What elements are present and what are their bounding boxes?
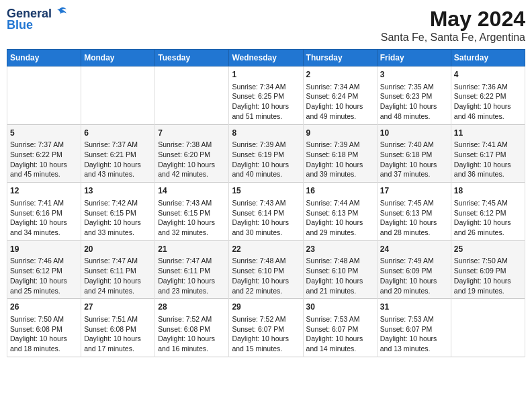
logo: General Blue (7, 7, 68, 32)
day-info: Sunrise: 7:49 AM Sunset: 6:09 PM Dayligh… (380, 256, 448, 295)
weekday-header-row: SundayMondayTuesdayWednesdayThursdayFrid… (7, 50, 525, 66)
calendar-cell: 9Sunrise: 7:39 AM Sunset: 6:18 PM Daylig… (303, 124, 377, 183)
calendar-cell: 16Sunrise: 7:44 AM Sunset: 6:13 PM Dayli… (303, 183, 377, 241)
day-number: 16 (306, 185, 374, 197)
calendar-week-row: 26Sunrise: 7:50 AM Sunset: 6:08 PM Dayli… (7, 299, 525, 357)
calendar-table: SundayMondayTuesdayWednesdayThursdayFrid… (7, 49, 525, 357)
day-info: Sunrise: 7:52 AM Sunset: 6:07 PM Dayligh… (232, 314, 300, 354)
main-title: May 2024 (381, 7, 525, 32)
day-number: 8 (232, 128, 300, 139)
day-info: Sunrise: 7:47 AM Sunset: 6:11 PM Dayligh… (158, 256, 226, 295)
day-number: 20 (84, 244, 152, 255)
calendar-cell: 5Sunrise: 7:37 AM Sunset: 6:22 PM Daylig… (7, 124, 81, 183)
weekday-header-saturday: Saturday (451, 50, 525, 66)
day-number: 3 (380, 69, 448, 81)
weekday-header-monday: Monday (81, 50, 155, 66)
day-number: 2 (306, 69, 374, 81)
weekday-header-sunday: Sunday (7, 50, 81, 66)
calendar-week-row: 19Sunrise: 7:46 AM Sunset: 6:12 PM Dayli… (7, 240, 525, 299)
day-number: 18 (454, 185, 522, 197)
day-info: Sunrise: 7:44 AM Sunset: 6:13 PM Dayligh… (306, 198, 374, 238)
day-number: 4 (454, 69, 522, 81)
calendar-cell: 18Sunrise: 7:45 AM Sunset: 6:12 PM Dayli… (451, 183, 525, 241)
day-number: 24 (380, 244, 448, 255)
day-number: 7 (158, 128, 226, 139)
day-info: Sunrise: 7:40 AM Sunset: 6:18 PM Dayligh… (380, 140, 448, 179)
calendar-cell: 29Sunrise: 7:52 AM Sunset: 6:07 PM Dayli… (229, 299, 303, 357)
day-number: 26 (10, 302, 78, 313)
day-number: 27 (84, 302, 152, 313)
day-info: Sunrise: 7:48 AM Sunset: 6:10 PM Dayligh… (232, 256, 300, 295)
calendar-cell: 15Sunrise: 7:43 AM Sunset: 6:14 PM Dayli… (229, 183, 303, 241)
calendar-cell: 3Sunrise: 7:35 AM Sunset: 6:23 PM Daylig… (377, 66, 451, 125)
calendar-cell (451, 299, 525, 357)
day-info: Sunrise: 7:47 AM Sunset: 6:11 PM Dayligh… (84, 256, 152, 295)
day-number: 17 (380, 185, 448, 197)
calendar-cell: 7Sunrise: 7:38 AM Sunset: 6:20 PM Daylig… (155, 124, 229, 183)
day-number: 29 (232, 302, 300, 313)
day-info: Sunrise: 7:50 AM Sunset: 6:08 PM Dayligh… (10, 314, 78, 354)
calendar-cell: 28Sunrise: 7:52 AM Sunset: 6:08 PM Dayli… (155, 299, 229, 357)
calendar-cell: 31Sunrise: 7:53 AM Sunset: 6:07 PM Dayli… (377, 299, 451, 357)
weekday-header-thursday: Thursday (303, 50, 377, 66)
calendar-cell: 2Sunrise: 7:34 AM Sunset: 6:24 PM Daylig… (303, 66, 377, 125)
day-number: 10 (380, 128, 448, 139)
day-number: 11 (454, 128, 522, 139)
weekday-header-wednesday: Wednesday (229, 50, 303, 66)
calendar-cell: 27Sunrise: 7:51 AM Sunset: 6:08 PM Dayli… (81, 299, 155, 357)
day-number: 9 (306, 128, 374, 139)
day-info: Sunrise: 7:53 AM Sunset: 6:07 PM Dayligh… (380, 314, 448, 354)
logo-bird-icon (53, 5, 68, 20)
day-number: 23 (306, 244, 374, 255)
day-info: Sunrise: 7:46 AM Sunset: 6:12 PM Dayligh… (10, 256, 78, 295)
day-info: Sunrise: 7:53 AM Sunset: 6:07 PM Dayligh… (306, 314, 374, 354)
day-info: Sunrise: 7:45 AM Sunset: 6:12 PM Dayligh… (454, 198, 522, 238)
title-block: May 2024 Santa Fe, Santa Fe, Argentina (381, 7, 525, 44)
day-number: 30 (306, 302, 374, 313)
calendar-cell: 1Sunrise: 7:34 AM Sunset: 6:25 PM Daylig… (229, 66, 303, 125)
calendar-cell: 30Sunrise: 7:53 AM Sunset: 6:07 PM Dayli… (303, 299, 377, 357)
calendar-week-row: 12Sunrise: 7:41 AM Sunset: 6:16 PM Dayli… (7, 183, 525, 241)
day-info: Sunrise: 7:37 AM Sunset: 6:22 PM Dayligh… (10, 140, 78, 179)
day-info: Sunrise: 7:36 AM Sunset: 6:22 PM Dayligh… (454, 82, 522, 122)
calendar-cell: 21Sunrise: 7:47 AM Sunset: 6:11 PM Dayli… (155, 240, 229, 299)
calendar-cell: 14Sunrise: 7:43 AM Sunset: 6:15 PM Dayli… (155, 183, 229, 241)
calendar-cell: 20Sunrise: 7:47 AM Sunset: 6:11 PM Dayli… (81, 240, 155, 299)
day-info: Sunrise: 7:34 AM Sunset: 6:24 PM Dayligh… (306, 82, 374, 122)
day-info: Sunrise: 7:39 AM Sunset: 6:18 PM Dayligh… (306, 140, 374, 179)
weekday-header-tuesday: Tuesday (155, 50, 229, 66)
day-number: 5 (10, 128, 78, 139)
day-number: 31 (380, 302, 448, 313)
day-info: Sunrise: 7:41 AM Sunset: 6:16 PM Dayligh… (10, 198, 78, 238)
day-number: 22 (232, 244, 300, 255)
weekday-header-friday: Friday (377, 50, 451, 66)
day-number: 28 (158, 302, 226, 313)
calendar-cell: 13Sunrise: 7:42 AM Sunset: 6:15 PM Dayli… (81, 183, 155, 241)
calendar-week-row: 5Sunrise: 7:37 AM Sunset: 6:22 PM Daylig… (7, 124, 525, 183)
calendar-cell: 26Sunrise: 7:50 AM Sunset: 6:08 PM Dayli… (7, 299, 81, 357)
day-info: Sunrise: 7:52 AM Sunset: 6:08 PM Dayligh… (158, 314, 226, 354)
day-info: Sunrise: 7:43 AM Sunset: 6:15 PM Dayligh… (158, 198, 226, 238)
calendar-cell (81, 66, 155, 125)
calendar-cell (155, 66, 229, 125)
day-info: Sunrise: 7:50 AM Sunset: 6:09 PM Dayligh… (454, 256, 522, 295)
day-info: Sunrise: 7:48 AM Sunset: 6:10 PM Dayligh… (306, 256, 374, 295)
subtitle: Santa Fe, Santa Fe, Argentina (381, 32, 525, 44)
day-number: 25 (454, 244, 522, 255)
day-number: 12 (10, 185, 78, 197)
calendar-week-row: 1Sunrise: 7:34 AM Sunset: 6:25 PM Daylig… (7, 66, 525, 125)
calendar-cell (7, 66, 81, 125)
day-info: Sunrise: 7:37 AM Sunset: 6:21 PM Dayligh… (84, 140, 152, 179)
day-number: 1 (232, 69, 300, 81)
day-info: Sunrise: 7:45 AM Sunset: 6:13 PM Dayligh… (380, 198, 448, 238)
calendar-cell: 10Sunrise: 7:40 AM Sunset: 6:18 PM Dayli… (377, 124, 451, 183)
calendar-cell: 8Sunrise: 7:39 AM Sunset: 6:19 PM Daylig… (229, 124, 303, 183)
calendar-cell: 6Sunrise: 7:37 AM Sunset: 6:21 PM Daylig… (81, 124, 155, 183)
day-number: 19 (10, 244, 78, 255)
day-info: Sunrise: 7:41 AM Sunset: 6:17 PM Dayligh… (454, 140, 522, 179)
day-number: 14 (158, 185, 226, 197)
day-info: Sunrise: 7:34 AM Sunset: 6:25 PM Dayligh… (232, 82, 300, 122)
calendar-cell: 19Sunrise: 7:46 AM Sunset: 6:12 PM Dayli… (7, 240, 81, 299)
day-info: Sunrise: 7:43 AM Sunset: 6:14 PM Dayligh… (232, 198, 300, 238)
page-header: General Blue May 2024 Santa Fe, Santa Fe… (7, 7, 525, 44)
